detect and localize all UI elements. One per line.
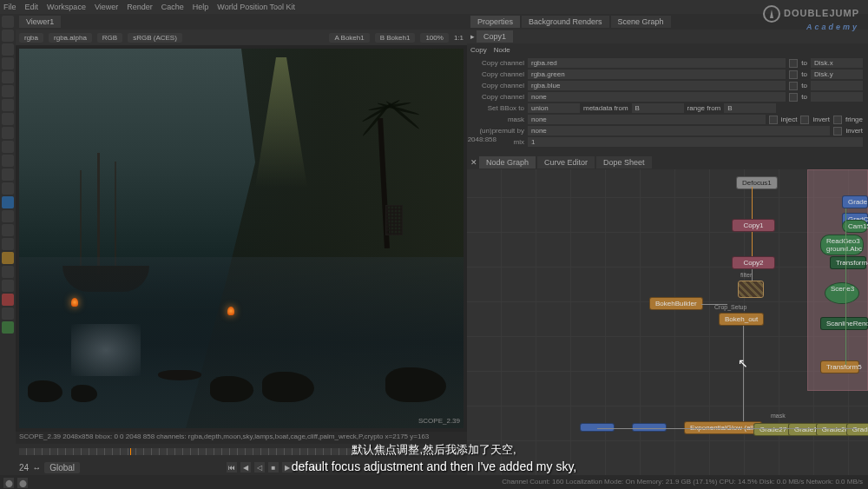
node-transform[interactable]: Transform4 (830, 256, 866, 269)
frame-in[interactable]: 24 (19, 463, 29, 472)
tool-icon[interactable] (2, 141, 14, 153)
tool-icon[interactable] (2, 71, 14, 83)
menu-workspace[interactable]: Workspace (47, 3, 86, 11)
tool-icon[interactable] (2, 30, 14, 42)
node-blue[interactable] (632, 423, 667, 432)
menu-cache[interactable]: Cache (161, 3, 184, 11)
tool-icon[interactable] (2, 307, 14, 320)
tool-icon[interactable] (2, 169, 14, 181)
global-dropdown[interactable]: Global (44, 462, 80, 473)
channel-field[interactable]: rgba.red (528, 58, 786, 68)
node-scene[interactable]: Scene3 (825, 282, 859, 304)
menu-render[interactable]: Render (127, 3, 153, 11)
unpremult-field[interactable]: none (528, 126, 830, 135)
node-copy2[interactable]: Copy2 (732, 256, 775, 269)
node-b-dropdown[interactable]: B Bokeh1 (375, 33, 416, 43)
node-tab-copy1[interactable]: Copy1 (477, 30, 513, 43)
mix-field[interactable]: 1 (528, 137, 863, 147)
tab-node-graph[interactable]: Node Graph (479, 156, 536, 169)
alpha-dropdown[interactable]: rgba.alpha (49, 33, 92, 43)
node-grade[interactable]: Grade (842, 195, 868, 208)
tool-icon[interactable] (2, 196, 14, 208)
menu-viewer[interactable]: Viewer (95, 3, 118, 11)
node-transform5[interactable]: Transform5 (820, 360, 859, 373)
zoom-dropdown[interactable]: 100% (420, 33, 448, 43)
tool-icon[interactable] (2, 238, 14, 250)
checkbox[interactable] (800, 116, 809, 124)
tool-icon[interactable] (2, 280, 14, 292)
checkbox[interactable] (789, 59, 798, 68)
mask-field[interactable]: none (528, 115, 766, 124)
tool-icon[interactable] (2, 210, 14, 222)
menu-help[interactable]: Help (193, 3, 209, 11)
checkbox[interactable] (833, 127, 842, 135)
tool-icon[interactable] (2, 85, 14, 97)
checkbox[interactable] (789, 70, 798, 79)
tool-icon[interactable] (2, 266, 14, 278)
checkbox[interactable] (833, 116, 842, 124)
node-disabled[interactable] (738, 281, 764, 298)
main-menubar[interactable]: File Edit Workspace Viewer Render Cache … (0, 0, 868, 14)
tool-icon[interactable] (2, 224, 14, 236)
node-bokeh-out[interactable]: Bokeh_out (719, 313, 764, 326)
tab-properties[interactable]: Properties (470, 16, 520, 28)
menu-wptk[interactable]: World Position Tool Kit (217, 3, 295, 11)
node-readgeo[interactable]: ReadGeo3 ground.Abc (820, 235, 864, 255)
node-a-dropdown[interactable]: A Bokeh1 (329, 33, 369, 43)
channel-dropdown[interactable]: rgba (19, 33, 43, 43)
node-copy1[interactable]: Copy1 (732, 219, 775, 232)
menu-file[interactable]: File (3, 3, 16, 11)
tool-icon[interactable] (2, 99, 14, 111)
node-grade30[interactable]: Grade30 (846, 423, 868, 436)
tool-icon[interactable] (2, 182, 14, 195)
to-field[interactable] (811, 81, 863, 90)
subtab-node[interactable]: Node (494, 46, 510, 54)
tab-bg-renders[interactable]: Background Renders (522, 16, 609, 28)
viewer-tab[interactable]: Viewer1 (19, 16, 61, 28)
channel-field[interactable]: rgba.blue (528, 81, 786, 90)
channel-field[interactable]: none (528, 92, 786, 102)
tab-dope-sheet[interactable]: Dope Sheet (596, 156, 652, 169)
channel-field[interactable]: rgba.green (528, 69, 786, 79)
tool-icon[interactable] (2, 321, 14, 334)
prev-frame-icon[interactable]: ◀ (240, 462, 251, 472)
range-field[interactable]: B (724, 103, 776, 113)
tool-icon[interactable] (2, 57, 14, 69)
tool-icon[interactable] (2, 113, 14, 125)
tool-icon[interactable] (2, 43, 14, 56)
play-back-icon[interactable]: ◁ (254, 462, 265, 472)
node-blue[interactable] (580, 423, 615, 432)
node-scanline[interactable]: ScanlineRender (820, 317, 868, 330)
tab-scene-graph[interactable]: Scene Graph (611, 16, 671, 28)
tool-icon[interactable] (2, 252, 14, 264)
node-graph[interactable]: Defocus1 Copy1 Copy2 filter BokehBuilder… (467, 169, 868, 475)
skip-start-icon[interactable]: ⏮ (227, 462, 237, 472)
checkbox[interactable] (789, 93, 798, 102)
menu-edit[interactable]: Edit (25, 3, 39, 11)
checkbox[interactable] (769, 116, 778, 124)
checkbox[interactable] (789, 82, 798, 90)
status-icon[interactable]: ⬤ (3, 478, 14, 488)
viewer-image[interactable]: 2048:858 SCOPE_2.39 (19, 49, 464, 428)
to-field[interactable]: Disk.x (811, 58, 863, 68)
node-bokeh-builder[interactable]: BokehBuilder (649, 297, 703, 310)
tool-icon[interactable] (2, 155, 14, 167)
fps-field[interactable]: ↔ (32, 463, 41, 472)
colorspace-dropdown[interactable]: sRGB (ACES) (128, 33, 182, 43)
bbox-field[interactable]: union (528, 103, 580, 113)
tab-close-icon[interactable]: ✕ (470, 158, 477, 167)
node-grade27[interactable]: Grade27 (753, 423, 792, 436)
rgb-dropdown[interactable]: RGB (97, 33, 122, 43)
subtab-copy[interactable]: Copy (470, 46, 487, 54)
node-expand-icon[interactable]: ▸ (470, 32, 475, 41)
tool-icon[interactable] (2, 294, 14, 306)
stop-icon[interactable]: ■ (268, 462, 279, 472)
node-defocus[interactable]: Defocus1 (736, 176, 778, 189)
tool-icon[interactable] (2, 127, 14, 139)
tool-icon[interactable] (2, 16, 14, 28)
to-field[interactable] (811, 92, 863, 102)
status-icon[interactable]: ⬤ (17, 478, 28, 488)
metadata-field[interactable]: B (632, 103, 684, 113)
tab-curve-editor[interactable]: Curve Editor (537, 156, 595, 169)
to-field[interactable]: Disk.y (811, 69, 863, 79)
